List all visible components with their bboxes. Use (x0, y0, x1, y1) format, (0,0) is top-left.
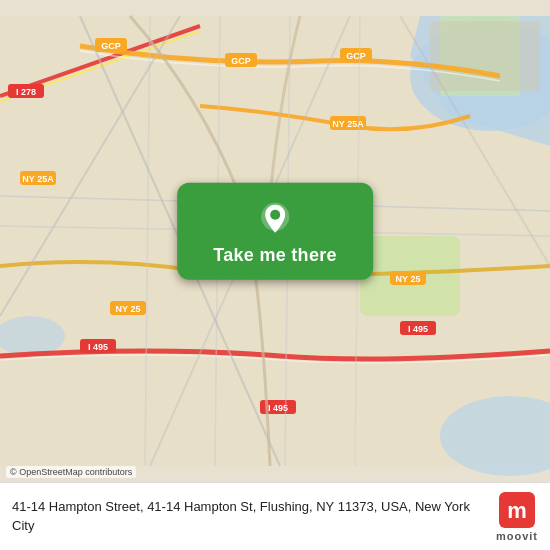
bottom-bar: 41-14 Hampton Street, 41-14 Hampton St, … (0, 482, 550, 550)
button-overlay: Take me there (177, 183, 373, 280)
svg-text:NY 25: NY 25 (396, 274, 421, 284)
svg-text:I 495: I 495 (408, 324, 428, 334)
green-box: Take me there (177, 183, 373, 280)
address-text: 41-14 Hampton Street, 41-14 Hampton St, … (12, 498, 484, 534)
svg-text:m: m (507, 498, 527, 523)
osm-attribution: © OpenStreetMap contributors (6, 466, 136, 478)
moovit-brand-text: moovit (496, 530, 538, 542)
bottom-left: 41-14 Hampton Street, 41-14 Hampton St, … (12, 498, 484, 534)
map-container: GCP GCP GCP NY 25A NY 25A NY 25 NY 25 I … (0, 0, 550, 482)
svg-text:I 495: I 495 (88, 342, 108, 352)
svg-text:GCP: GCP (346, 51, 366, 61)
moovit-icon: m (499, 492, 535, 528)
app: GCP GCP GCP NY 25A NY 25A NY 25 NY 25 I … (0, 0, 550, 550)
location-pin-icon (257, 201, 293, 237)
svg-point-43 (270, 210, 280, 220)
svg-text:I 278: I 278 (16, 87, 36, 97)
svg-text:NY 25: NY 25 (116, 304, 141, 314)
svg-text:GCP: GCP (231, 56, 251, 66)
svg-text:GCP: GCP (101, 41, 121, 51)
svg-rect-7 (430, 21, 540, 91)
moovit-logo: m moovit (496, 492, 538, 542)
svg-text:NY 25A: NY 25A (22, 174, 54, 184)
take-me-there-button[interactable]: Take me there (213, 245, 337, 266)
